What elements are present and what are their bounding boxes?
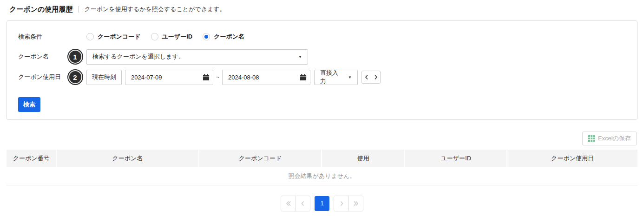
prev-range-button[interactable] — [361, 71, 371, 84]
date-to-input[interactable] — [223, 70, 296, 85]
col-used: 使用 — [322, 150, 405, 167]
next-range-button[interactable] — [371, 71, 381, 84]
date-mode-select[interactable]: 直接入力 ▼ — [314, 70, 358, 85]
chevron-left-icon — [365, 74, 368, 80]
col-user-id: ユーザーID — [405, 150, 507, 167]
coupon-name-row: クーポン名 1 検索するクーポンを選択します。 ▼ — [18, 49, 626, 65]
coupon-name-label: クーポン名 — [18, 53, 64, 61]
radio-coupon-name[interactable]: クーポン名 — [203, 33, 244, 41]
pagination: 1 — [0, 196, 644, 211]
title-divider — [78, 6, 79, 13]
chevron-left-icon — [301, 201, 305, 206]
date-from-input[interactable] — [125, 70, 199, 85]
radio-circle-icon[interactable] — [203, 33, 210, 40]
calendar-icon[interactable] — [296, 70, 310, 85]
chevron-down-icon: ▼ — [348, 75, 352, 79]
prev-page-button[interactable] — [296, 196, 310, 211]
double-chevron-left-icon — [285, 201, 292, 206]
step-badge-2: 2 — [68, 70, 82, 84]
next-page-button[interactable] — [334, 196, 348, 211]
first-page-button[interactable] — [281, 196, 296, 211]
date-to-field — [222, 70, 310, 85]
search-button[interactable]: 検索 — [18, 97, 40, 112]
calendar-icon[interactable] — [199, 70, 213, 85]
current-time-button[interactable]: 現在時刻 — [86, 70, 122, 85]
chevron-right-icon — [340, 201, 343, 206]
step-badge-1: 1 — [68, 50, 82, 64]
usage-date-label: クーポン使用日 — [18, 73, 64, 81]
list-toolbar: Excelの保存 — [7, 132, 637, 145]
col-coupon-code: クーポンコード — [199, 150, 322, 167]
radio-circle-icon[interactable] — [86, 33, 94, 40]
date-mode-select-value: 直接入力 — [320, 69, 343, 85]
date-from-field — [125, 70, 213, 85]
date-range-separator: ~ — [216, 74, 219, 80]
last-page-button[interactable] — [348, 196, 363, 211]
radio-coupon-name-label: クーポン名 — [214, 33, 244, 41]
radio-circle-icon[interactable] — [151, 33, 158, 40]
chevron-down-icon: ▼ — [298, 55, 302, 59]
table-header-row: クーポン番号 クーポン名 クーポンコード 使用 ユーザーID クーポン使用日 — [7, 150, 637, 167]
date-range-nav — [361, 71, 381, 84]
double-chevron-right-icon — [353, 201, 359, 206]
radio-user-id[interactable]: ユーザーID — [151, 33, 193, 41]
usage-date-row: クーポン使用日 2 現在時刻 ~ — [18, 69, 626, 85]
search-condition-label: 検索条件 — [18, 33, 64, 41]
radio-coupon-code[interactable]: クーポンコード — [86, 33, 141, 41]
coupon-name-select-value: 検索するクーポンを選択します。 — [92, 53, 184, 61]
current-page-button[interactable]: 1 — [315, 196, 329, 211]
page-header: クーポンの使用履歴 クーポンを使用するかを照会することができます。 — [0, 0, 644, 14]
excel-save-button[interactable]: Excelの保存 — [582, 132, 637, 145]
coupon-name-select[interactable]: 検索するクーポンを選択します。 ▼ — [86, 49, 308, 65]
col-coupon-number: クーポン番号 — [7, 150, 56, 167]
search-condition-row: 検索条件 クーポンコード ユーザーID クーポン名 — [18, 31, 626, 42]
empty-message: 照会結果がありません。 — [7, 167, 637, 185]
page-subtitle: クーポンを使用するかを照会することができます。 — [84, 5, 225, 13]
empty-row: 照会結果がありません。 — [7, 167, 637, 185]
col-usage-date: クーポン使用日 — [507, 150, 637, 167]
excel-save-label: Excelの保存 — [598, 134, 631, 143]
excel-grid-icon — [588, 135, 595, 142]
chevron-right-icon — [374, 74, 378, 80]
search-condition-radio-group: クーポンコード ユーザーID クーポン名 — [86, 33, 255, 41]
coupon-usage-table: クーポン番号 クーポン名 クーポンコード 使用 ユーザーID クーポン使用日 照… — [7, 150, 637, 185]
radio-coupon-code-label: クーポンコード — [98, 33, 141, 41]
search-panel: 検索条件 クーポンコード ユーザーID クーポン名 クーポン名 1 検索するクー… — [7, 20, 637, 120]
col-coupon-name: クーポン名 — [56, 150, 199, 167]
radio-user-id-label: ユーザーID — [162, 33, 193, 41]
page-title: クーポンの使用履歴 — [9, 5, 72, 14]
